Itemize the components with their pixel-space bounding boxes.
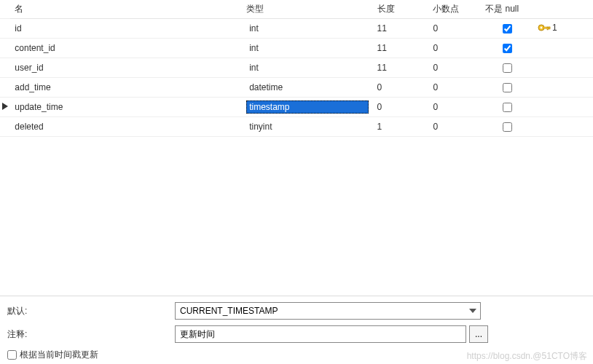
primary-key-badge: 1 bbox=[538, 23, 557, 33]
cell-type[interactable]: tinyint bbox=[246, 120, 368, 133]
cell-name[interactable]: id bbox=[10, 19, 242, 39]
table-row[interactable]: deletedtinyint10 bbox=[0, 117, 593, 137]
svg-rect-3 bbox=[547, 27, 549, 30]
default-value-select[interactable] bbox=[175, 302, 481, 320]
columns-table: 名 类型 长度 小数点 不是 null idint1101content_idi… bbox=[0, 0, 593, 137]
table-row[interactable]: content_idint110 bbox=[0, 39, 593, 58]
comment-more-button[interactable]: ... bbox=[469, 325, 488, 343]
notnull-checkbox[interactable] bbox=[503, 44, 512, 53]
cell-name[interactable]: deleted bbox=[10, 117, 242, 137]
cell-name[interactable]: update_time bbox=[10, 98, 242, 117]
cell-type[interactable]: int bbox=[246, 61, 368, 74]
comment-input[interactable] bbox=[175, 325, 466, 343]
svg-rect-4 bbox=[549, 27, 550, 29]
header-name[interactable]: 名 bbox=[10, 0, 242, 19]
field-properties-panel: 默认: 注释: ... 根据当前时间戳更新 bbox=[0, 296, 593, 361]
svg-point-1 bbox=[541, 27, 543, 29]
table-row[interactable]: idint1101 bbox=[0, 19, 593, 39]
header-length[interactable]: 长度 bbox=[373, 0, 429, 19]
on-update-label: 根据当前时间戳更新 bbox=[20, 349, 98, 361]
cell-length[interactable]: 1 bbox=[373, 117, 429, 137]
primary-key-number: 1 bbox=[552, 23, 557, 33]
cell-length[interactable]: 0 bbox=[373, 98, 429, 117]
cell-decimals[interactable]: 0 bbox=[428, 19, 481, 39]
comment-label: 注释: bbox=[7, 328, 175, 341]
row-active-icon bbox=[2, 103, 8, 110]
cell-type[interactable]: int bbox=[246, 22, 368, 35]
cell-type[interactable]: datetime bbox=[246, 81, 368, 94]
notnull-checkbox[interactable] bbox=[503, 83, 512, 92]
cell-length[interactable]: 11 bbox=[373, 19, 429, 39]
header-decimals[interactable]: 小数点 bbox=[428, 0, 481, 19]
cell-name[interactable]: add_time bbox=[10, 78, 242, 98]
cell-decimals[interactable]: 0 bbox=[428, 117, 481, 137]
cell-length[interactable]: 11 bbox=[373, 58, 429, 78]
cell-length[interactable]: 0 bbox=[373, 78, 429, 98]
table-row[interactable]: user_idint110 bbox=[0, 58, 593, 78]
header-notnull[interactable]: 不是 null bbox=[481, 0, 533, 19]
cell-decimals[interactable]: 0 bbox=[428, 39, 481, 58]
notnull-checkbox[interactable] bbox=[503, 122, 512, 132]
cell-type[interactable]: int bbox=[246, 41, 368, 55]
notnull-checkbox[interactable] bbox=[503, 103, 512, 112]
cell-type[interactable]: timestamp bbox=[246, 100, 368, 114]
cell-length[interactable]: 11 bbox=[373, 39, 429, 58]
notnull-checkbox[interactable] bbox=[503, 63, 512, 73]
header-type[interactable]: 类型 bbox=[242, 0, 372, 19]
table-row[interactable]: add_timedatetime00 bbox=[0, 78, 593, 98]
cell-name[interactable]: user_id bbox=[10, 58, 242, 78]
table-header-row: 名 类型 长度 小数点 不是 null bbox=[0, 0, 593, 19]
cell-decimals[interactable]: 0 bbox=[428, 78, 481, 98]
cell-decimals[interactable]: 0 bbox=[428, 58, 481, 78]
table-row[interactable]: update_timetimestamp00 bbox=[0, 98, 593, 117]
key-icon bbox=[538, 23, 551, 32]
cell-decimals[interactable]: 0 bbox=[428, 98, 481, 117]
notnull-checkbox[interactable] bbox=[503, 24, 512, 33]
on-update-checkbox[interactable] bbox=[7, 350, 17, 360]
default-label: 默认: bbox=[7, 305, 175, 317]
cell-name[interactable]: content_id bbox=[10, 39, 242, 58]
